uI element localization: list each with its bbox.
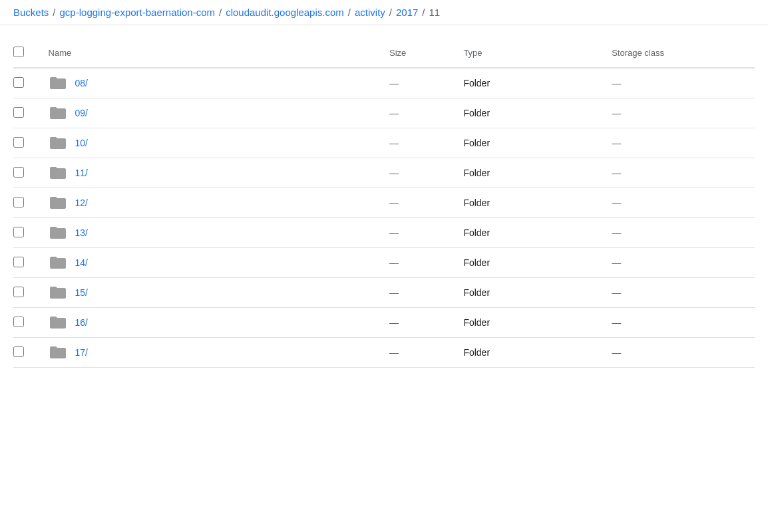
row-checkbox-cell [13,308,43,338]
row-type: Folder [458,98,606,128]
row-folder-name: 08/ [75,78,88,88]
row-name-cell: 09/ [43,98,384,128]
breadcrumb-separator-5: / [422,7,425,18]
breadcrumb-activity[interactable]: activity [355,7,385,18]
header-checkbox-cell [13,39,43,68]
row-name-cell: 15/ [43,278,384,308]
row-checkbox[interactable] [13,257,24,267]
breadcrumb: Buckets / gcp-logging-export-baernation-… [0,0,768,25]
folder-link[interactable]: 17/ [75,347,88,358]
row-size: — [384,68,458,98]
row-checkbox[interactable] [13,287,24,297]
row-folder-name: 16/ [75,317,88,328]
row-checkbox-cell [13,98,43,128]
table-row: 14/—Folder— [13,248,755,278]
row-checkbox[interactable] [13,137,24,148]
row-folder-name: 09/ [75,108,88,118]
folder-icon [49,135,67,151]
folder-link[interactable]: 14/ [75,257,88,268]
table-row: 12/—Folder— [13,188,755,218]
folder-link[interactable]: 12/ [75,198,88,208]
row-folder-name: 13/ [75,227,88,238]
row-size: — [384,248,458,278]
row-name-cell: 12/ [43,188,384,218]
row-folder-name: 17/ [75,347,88,358]
row-name-cell: 17/ [43,338,384,368]
breadcrumb-buckets[interactable]: Buckets [13,7,49,18]
breadcrumb-cloudaudit[interactable]: cloudaudit.googleapis.com [226,7,344,18]
row-size: — [384,188,458,218]
row-checkbox[interactable] [13,346,24,357]
row-checkbox-cell [13,158,43,188]
breadcrumb-current: 11 [429,7,441,18]
folder-icon [49,344,67,360]
row-storage-class: — [606,278,755,308]
select-all-checkbox[interactable] [13,47,24,57]
row-checkbox-cell [13,248,43,278]
row-name-cell: 11/ [43,158,384,188]
row-size: — [384,128,458,158]
row-name-cell: 14/ [43,248,384,278]
folder-link[interactable]: 10/ [75,138,88,148]
row-type: Folder [458,128,606,158]
row-size: — [384,338,458,368]
row-checkbox[interactable] [13,107,24,118]
row-folder-name: 15/ [75,287,88,298]
folder-icon [49,255,67,271]
row-storage-class: — [606,68,755,98]
row-type: Folder [458,308,606,338]
folder-icon [49,75,67,91]
row-checkbox-cell [13,278,43,308]
row-checkbox[interactable] [13,77,24,88]
folder-link[interactable]: 13/ [75,227,88,238]
row-checkbox[interactable] [13,317,24,327]
folder-link[interactable]: 08/ [75,78,88,88]
row-type: Folder [458,68,606,98]
folder-link[interactable]: 09/ [75,108,88,118]
breadcrumb-bucket-name[interactable]: gcp-logging-export-baernation-com [60,7,215,18]
header-name: Name [43,39,384,68]
row-folder-name: 10/ [75,138,88,148]
row-type: Folder [458,248,606,278]
row-type: Folder [458,188,606,218]
row-size: — [384,218,458,248]
row-storage-class: — [606,128,755,158]
row-type: Folder [458,278,606,308]
row-folder-name: 12/ [75,198,88,208]
row-checkbox-cell [13,188,43,218]
row-folder-name: 11/ [75,168,88,178]
file-table: Name Size Type Storage class 08/—Folder—… [13,39,755,368]
row-name-cell: 08/ [43,68,384,98]
header-type: Type [458,39,606,68]
breadcrumb-separator-4: / [389,7,392,18]
row-storage-class: — [606,188,755,218]
header-size: Size [384,39,458,68]
row-size: — [384,158,458,188]
folder-link[interactable]: 16/ [75,317,88,328]
row-size: — [384,308,458,338]
row-storage-class: — [606,338,755,368]
row-storage-class: — [606,218,755,248]
file-browser: Name Size Type Storage class 08/—Folder—… [0,25,768,368]
folder-icon [49,225,67,241]
breadcrumb-2017[interactable]: 2017 [396,7,418,18]
table-row: 08/—Folder— [13,68,755,98]
row-name-cell: 13/ [43,218,384,248]
row-checkbox[interactable] [13,227,24,237]
folder-link[interactable]: 15/ [75,287,88,298]
row-storage-class: — [606,248,755,278]
row-checkbox[interactable] [13,197,24,207]
folder-icon [49,315,67,331]
row-storage-class: — [606,158,755,188]
row-checkbox[interactable] [13,167,24,178]
row-type: Folder [458,218,606,248]
table-row: 13/—Folder— [13,218,755,248]
breadcrumb-separator-1: / [53,7,55,18]
table-row: 09/—Folder— [13,98,755,128]
row-checkbox-cell [13,128,43,158]
folder-link[interactable]: 11/ [75,168,88,178]
table-row: 11/—Folder— [13,158,755,188]
row-checkbox-cell [13,338,43,368]
folder-icon [49,195,67,211]
row-type: Folder [458,158,606,188]
